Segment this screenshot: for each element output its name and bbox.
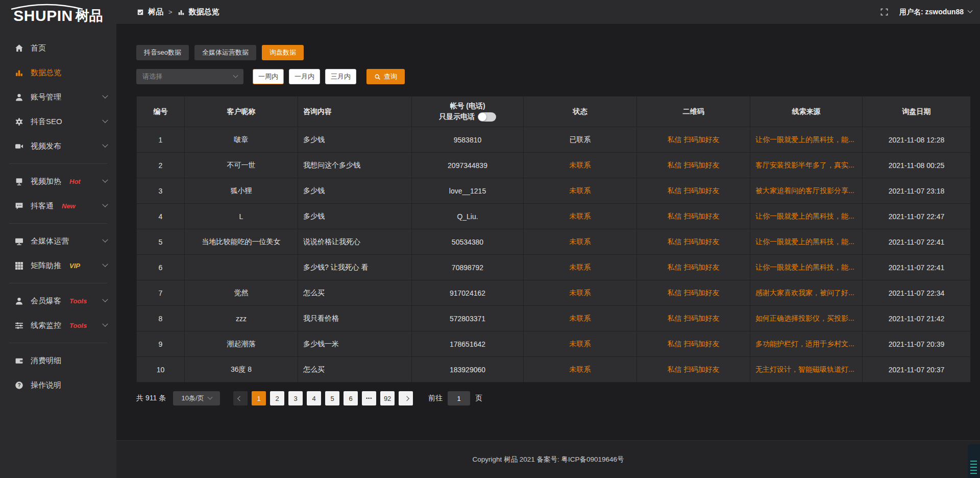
filter-select[interactable]: 请选择 xyxy=(136,69,243,84)
cell-source[interactable]: 如何正确选择投影仪，买投影... xyxy=(750,306,863,331)
cell-id: 1 xyxy=(137,127,185,153)
page-button-1[interactable]: 1 xyxy=(252,391,266,405)
cell-source[interactable]: 让你一眼就爱上的黑科技，能... xyxy=(750,255,863,280)
page-button-6[interactable]: 6 xyxy=(344,391,358,405)
tab-抖音seo数据[interactable]: 抖音seo数据 xyxy=(136,45,189,60)
cell-id: 7 xyxy=(137,280,185,306)
cell-source[interactable]: 感谢大家喜欢我家，被问了好... xyxy=(750,280,863,306)
sidebar-item-matrix-boost[interactable]: 矩阵助推VIP xyxy=(0,253,116,278)
sidebar-item-account-mgmt[interactable]: 账号管理 xyxy=(0,85,116,109)
cell-qrcode[interactable]: 私信 扫码加好友 xyxy=(637,178,750,204)
breadcrumb-root[interactable]: 树品 xyxy=(148,7,163,17)
cell-content: 说说价格让我死心 xyxy=(298,229,412,255)
sidebar-item-label: 会员爆客 xyxy=(31,296,61,306)
sidebar-item-douyin-seo[interactable]: 抖音SEO xyxy=(0,109,116,134)
table-row: 7觉然怎么买917024162未联系私信 扫码加好友感谢大家喜欢我家，被问了好.… xyxy=(137,280,971,306)
page-button-4[interactable]: 4 xyxy=(307,391,321,405)
chevron-down-icon xyxy=(233,73,238,78)
period-button[interactable]: 三月内 xyxy=(325,69,356,84)
home-icon xyxy=(14,43,23,53)
sidebar-item-consumption[interactable]: 消费明细 xyxy=(0,348,116,373)
sidebar-item-label: 账号管理 xyxy=(31,92,61,102)
sidebar-item-label: 数据总览 xyxy=(31,68,61,78)
cell-nickname: 觉然 xyxy=(185,280,298,306)
sidebar-item-home[interactable]: 首页 xyxy=(0,36,116,60)
cell-source[interactable]: 让你一眼就爱上的黑科技，能... xyxy=(750,229,863,255)
sidebar-item-label: 全媒体运营 xyxy=(31,236,69,246)
cell-qrcode[interactable]: 私信 扫码加好友 xyxy=(637,331,750,357)
user-menu[interactable]: 用户名: zswodun88 xyxy=(899,8,972,17)
cell-id: 3 xyxy=(137,178,185,204)
menu-divider xyxy=(9,343,107,343)
cell-date: 2021-11-07 22:41 xyxy=(863,229,971,255)
tab-全媒体运营数据[interactable]: 全媒体运营数据 xyxy=(194,45,256,60)
cell-id: 4 xyxy=(137,204,185,229)
sidebar-item-omnimedia-ops[interactable]: 全媒体运营 xyxy=(0,229,116,253)
sidebar-item-video-publish[interactable]: 视频发布 xyxy=(0,134,116,158)
page-size-select[interactable]: 10条/页 xyxy=(173,391,220,405)
inquiry-table: 编号 客户昵称 咨询内容 帐号 (电话) 只显示电话 状态 二维码 线索来源 询… xyxy=(136,96,971,383)
cell-qrcode[interactable]: 私信 扫码加好友 xyxy=(637,229,750,255)
table-row: 5当地比较能吃的一位美女说说价格让我死心50534380未联系私信 扫码加好友让… xyxy=(137,229,971,255)
sidebar-item-douketong[interactable]: 抖客通New xyxy=(0,194,116,218)
chevron-down-icon xyxy=(102,202,108,207)
cell-qrcode[interactable]: 私信 扫码加好友 xyxy=(637,255,750,280)
cell-id: 2 xyxy=(137,153,185,178)
sidebar-item-video-heating[interactable]: 视频加热Hot xyxy=(0,169,116,194)
cell-status: 未联系 xyxy=(524,255,637,280)
cell-status: 未联系 xyxy=(524,229,637,255)
filter-bar: 请选择 一周内一月内三月内 查询 xyxy=(136,69,971,84)
question-icon: ? xyxy=(14,380,23,390)
next-page-button[interactable] xyxy=(399,391,413,405)
period-button[interactable]: 一月内 xyxy=(289,69,320,84)
username-label: 用户名: zswodun88 xyxy=(899,8,964,17)
sidebar-item-badge: New xyxy=(62,202,76,210)
grid-icon xyxy=(14,261,23,270)
cell-source[interactable]: 被大家追着问的客厅投影分享... xyxy=(750,178,863,204)
fullscreen-icon[interactable] xyxy=(880,8,888,16)
cell-source[interactable]: 无主灯设计，智能磁吸轨道灯... xyxy=(750,357,863,383)
pagination: 共 911 条 10条/页 123456•••92 前往 页 xyxy=(136,391,971,405)
sidebar-item-label: 视频发布 xyxy=(31,141,61,151)
comment-icon xyxy=(14,201,23,210)
cell-status: 未联系 xyxy=(524,357,637,383)
cell-qrcode[interactable]: 私信 扫码加好友 xyxy=(637,153,750,178)
sidebar-item-lead-monitoring[interactable]: 线索监控Tools xyxy=(0,313,116,338)
table-row: 4L多少钱Q_Liu.未联系私信 扫码加好友让你一眼就爱上的黑科技，能...20… xyxy=(137,204,971,229)
breadcrumb: 树品 > 数据总览 xyxy=(137,7,219,17)
page-button-5[interactable]: 5 xyxy=(325,391,339,405)
corner-widget-stripes-icon xyxy=(970,461,977,474)
cell-qrcode[interactable]: 私信 扫码加好友 xyxy=(637,280,750,306)
page-button-92[interactable]: 92 xyxy=(380,391,395,405)
cell-source[interactable]: 让你一眼就爱上的黑科技，能... xyxy=(750,127,863,153)
svg-text:?: ? xyxy=(17,382,20,388)
topbar: 树品 > 数据总览 用户名: zswodun88 xyxy=(116,0,980,25)
period-buttons: 一周内一月内三月内 xyxy=(253,69,356,84)
cell-source[interactable]: 让你一眼就爱上的黑科技，能... xyxy=(750,204,863,229)
tab-询盘数据[interactable]: 询盘数据 xyxy=(262,45,304,60)
period-button[interactable]: 一周内 xyxy=(253,69,284,84)
prev-page-button[interactable] xyxy=(233,391,248,405)
sidebar-item-member-baoke[interactable]: 会员爆客Tools xyxy=(0,289,116,313)
cell-qrcode[interactable]: 私信 扫码加好友 xyxy=(637,204,750,229)
cell-source[interactable]: 客厅安装投影半年多了，真实... xyxy=(750,153,863,178)
copyright-text: Copyright 树品 2021 备案号: 粤ICP备09019646号 xyxy=(472,455,624,464)
more-pages-button[interactable]: ••• xyxy=(362,391,376,405)
cell-date: 2021-11-07 20:37 xyxy=(863,357,971,383)
goto-page-input[interactable] xyxy=(448,391,470,405)
corner-widget[interactable] xyxy=(968,444,980,478)
sidebar-item-guide[interactable]: ?操作说明 xyxy=(0,373,116,397)
page-button-3[interactable]: 3 xyxy=(288,391,303,405)
query-button-label: 查询 xyxy=(384,72,397,81)
page-button-2[interactable]: 2 xyxy=(270,391,284,405)
sliders-icon xyxy=(14,321,23,330)
cell-qrcode[interactable]: 私信 扫码加好友 xyxy=(637,306,750,331)
query-button[interactable]: 查询 xyxy=(366,69,405,84)
col-content: 咨询内容 xyxy=(298,97,412,127)
cell-source[interactable]: 多功能护栏灯，适用于乡村文... xyxy=(750,331,863,357)
cell-qrcode[interactable]: 私信 扫码加好友 xyxy=(637,127,750,153)
cell-qrcode[interactable]: 私信 扫码加好友 xyxy=(637,357,750,383)
sidebar-item-badge: Tools xyxy=(69,297,87,305)
phone-only-toggle[interactable] xyxy=(478,112,496,122)
sidebar-item-data-overview[interactable]: 数据总览 xyxy=(0,60,116,85)
